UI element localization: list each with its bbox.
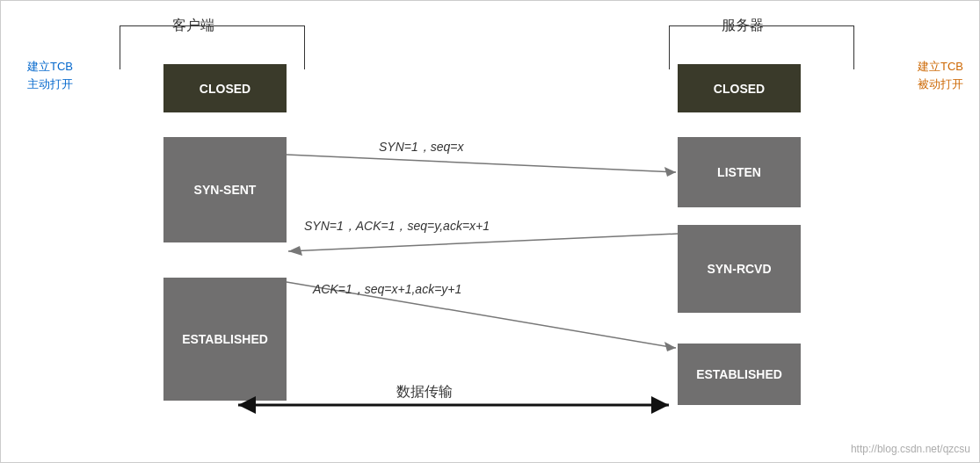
msg-syn1-label: SYN=1，seq=x (379, 140, 464, 156)
diagram-container: 客户端 服务器 建立TCB 主动打开 建立TCB 被动打开 CLOSED SYN… (0, 0, 980, 463)
svg-line-2 (288, 234, 678, 251)
watermark: http://blog.csdn.net/qzcsu (851, 443, 970, 455)
bracket-server-top (669, 25, 853, 26)
bracket-server-right (853, 25, 854, 69)
client-label: 客户端 (172, 17, 214, 35)
bracket-server-left (669, 25, 670, 69)
bracket-client-right (304, 25, 305, 69)
svg-marker-8 (651, 396, 669, 414)
msg-ack-label: ACK=1，seq=x+1,ack=y+1 (313, 282, 461, 298)
client-established-box: ESTABLISHED (163, 278, 287, 401)
svg-marker-3 (288, 246, 302, 256)
msg-syn-ack-label: SYN=1，ACK=1，seq=y,ack=x+1 (304, 219, 490, 235)
build-tcb-passive-label: 建立TCB 被动打开 (918, 58, 963, 92)
svg-line-0 (287, 155, 676, 172)
client-closed-box: CLOSED (163, 64, 287, 112)
svg-marker-5 (664, 342, 676, 351)
server-established-box: ESTABLISHED (678, 344, 801, 405)
server-syn-rcvd-box: SYN-RCVD (678, 225, 801, 313)
build-tcb-active-label: 建立TCB 主动打开 (27, 58, 73, 92)
arrows-svg (1, 1, 980, 463)
data-transfer-label: 数据传输 (396, 383, 453, 402)
svg-marker-1 (664, 167, 676, 177)
client-syn-sent-box: SYN-SENT (163, 137, 287, 242)
bracket-client-left (120, 25, 120, 69)
server-closed-box: CLOSED (678, 64, 801, 112)
server-listen-box: LISTEN (678, 137, 801, 207)
